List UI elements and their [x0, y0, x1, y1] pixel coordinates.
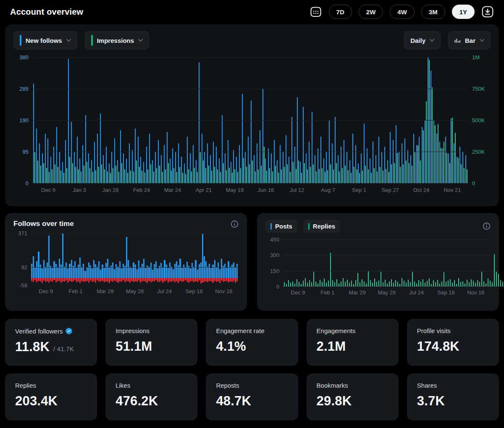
time-range-4w[interactable]: 4W — [390, 5, 415, 19]
follows-chart-plot[interactable] — [31, 233, 239, 285]
calendar-button[interactable] — [310, 5, 322, 18]
main-chart-plot[interactable] — [33, 57, 468, 183]
new-follows-bar — [286, 135, 286, 183]
follows-bar — [104, 268, 105, 278]
gridline — [33, 57, 468, 58]
stat-label-text: Shares — [417, 382, 437, 389]
left-axis-tick: 95 — [23, 149, 29, 155]
stat-card-impressions[interactable]: Impressions51.1M — [105, 319, 197, 366]
impressions-bar — [333, 169, 334, 183]
follows-bar — [210, 268, 212, 278]
new-follows-bar — [349, 160, 350, 183]
new-follows-bar — [222, 115, 223, 183]
follows-bar — [140, 267, 141, 278]
granularity-selector[interactable]: Daily — [404, 31, 441, 50]
stat-card-reposts[interactable]: Reposts48.7K — [206, 373, 298, 420]
stat-label-text: Reposts — [216, 382, 239, 389]
follows-bar — [207, 267, 208, 278]
replies-bar — [339, 284, 339, 286]
time-range-1y[interactable]: 1Y — [452, 5, 475, 19]
new-follows-bar — [187, 137, 188, 183]
new-follows-bar — [71, 122, 72, 183]
impressions-bar — [121, 163, 122, 183]
unfollows-bar — [45, 278, 46, 282]
posts-chart-plot[interactable] — [283, 239, 491, 286]
new-follows-bar — [135, 129, 136, 183]
metric-selector-impressions[interactable]: Impressions — [85, 31, 149, 50]
stat-label-text: Engagement rate — [216, 327, 264, 334]
impressions-bar — [60, 171, 61, 183]
stat-card-shares[interactable]: Shares3.7K — [407, 373, 499, 420]
impressions-bar — [452, 118, 453, 183]
follows-bar — [116, 264, 117, 278]
posts-chip[interactable]: Posts — [265, 220, 297, 233]
time-range-controls: 7D2W4W3M1Y — [310, 5, 494, 19]
unfollows-bar — [116, 278, 117, 281]
stat-card-engagement-rate[interactable]: Engagement rate4.1% — [206, 319, 298, 366]
impressions-bar — [43, 163, 44, 183]
impressions-bar — [371, 173, 372, 184]
replies-bar — [425, 283, 425, 286]
stat-card-replies[interactable]: Replies203.4K — [5, 373, 97, 420]
replies-chip[interactable]: Replies — [303, 220, 340, 233]
unfollows-bar — [123, 278, 124, 280]
download-button[interactable] — [481, 5, 494, 18]
new-follows-bar — [413, 134, 414, 183]
new-follows-bar — [196, 160, 197, 183]
replies-bar — [454, 280, 455, 286]
replies-bar — [290, 283, 291, 286]
time-range-2w[interactable]: 2W — [359, 5, 383, 19]
replies-bar — [389, 281, 390, 286]
follows-bar — [112, 263, 113, 278]
impressions-bar — [325, 172, 326, 183]
replies-bar — [294, 284, 295, 286]
impressions-bar — [63, 173, 64, 184]
stat-card-value: 11.8K/ 41.7K — [15, 339, 87, 354]
unfollows-bar — [67, 278, 68, 283]
impressions-bar — [144, 173, 145, 184]
unfollows-bar — [200, 278, 202, 284]
replies-bar — [343, 278, 344, 286]
info-icon[interactable] — [231, 220, 239, 228]
time-range-7d[interactable]: 7D — [329, 5, 352, 19]
impressions-bar — [296, 169, 297, 184]
stat-card-likes[interactable]: Likes476.2K — [105, 373, 197, 420]
follows-bar — [43, 260, 45, 278]
follows-bar — [100, 270, 101, 278]
new-follows-bar — [53, 147, 54, 183]
impressions-bar — [362, 171, 363, 183]
new-follows-bar — [236, 157, 237, 183]
stat-card-verified-followers[interactable]: Verified followers11.8K/ 41.7K — [5, 319, 97, 366]
unfollows-bar — [193, 278, 194, 282]
metric-selector-new-follows[interactable]: New follows — [13, 31, 77, 50]
impressions-bar — [139, 167, 140, 183]
impressions-bar — [37, 160, 38, 183]
info-icon[interactable] — [483, 222, 491, 230]
follows-bar — [169, 263, 171, 278]
stat-card-profile-visits[interactable]: Profile visits174.8K — [407, 319, 499, 366]
time-range-3m[interactable]: 3M — [421, 5, 445, 19]
replies-bar — [427, 281, 428, 286]
follows-bar — [136, 269, 138, 278]
new-follows-bar — [42, 153, 43, 183]
new-follows-bar — [239, 145, 240, 183]
follows-bar — [173, 269, 174, 278]
replies-bar — [429, 278, 430, 286]
replies-bar — [479, 282, 480, 286]
x-axis-label: Sep 1 — [344, 187, 375, 193]
new-follows-bar — [402, 143, 402, 183]
impressions-bar — [316, 171, 317, 184]
unfollows-bar — [40, 278, 41, 281]
stat-card-bookmarks[interactable]: Bookmarks29.8K — [307, 373, 399, 420]
new-follows-bar — [430, 71, 431, 183]
impressions-bar — [203, 160, 204, 183]
stat-card-engagements[interactable]: Engagements2.1M — [307, 319, 399, 366]
unfollows-bar — [128, 278, 129, 281]
right-axis-tick: 0 — [472, 180, 475, 186]
chart-type-selector[interactable]: Bar — [448, 31, 491, 50]
calendar-icon — [310, 5, 322, 18]
new-follows-bar — [114, 138, 115, 183]
follows-bar — [129, 267, 131, 278]
impressions-bar — [136, 160, 137, 183]
follows-bar — [193, 267, 194, 278]
